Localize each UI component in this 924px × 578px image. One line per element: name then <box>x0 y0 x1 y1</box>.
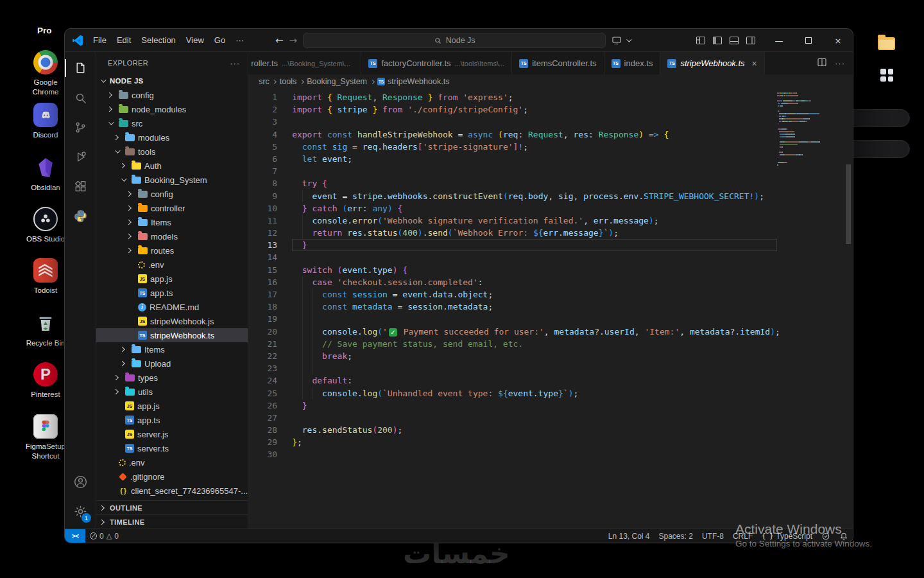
code-line-19[interactable]: 19 <box>248 313 777 325</box>
tab-roller.ts[interactable]: roller.ts...\Booking_System\... <box>248 52 361 74</box>
tab-factorycontroller.ts[interactable]: TSfactoryController.ts...\tools\Items\..… <box>361 52 512 74</box>
menu-go[interactable]: Go <box>209 33 230 48</box>
code-line-29[interactable]: 29}; <box>248 436 777 448</box>
breadcrumb-src[interactable]: src <box>259 77 270 86</box>
cursor-position[interactable]: Ln 13, Col 4 <box>604 529 654 543</box>
tree-file-.gitignore[interactable]: .gitignore <box>96 469 248 484</box>
tree-file-server.js[interactable]: JSserver.js <box>96 427 248 441</box>
code-line-17[interactable]: 17 const session = event.data.object; <box>248 288 777 301</box>
code-line-25[interactable]: 25 console.log(`Unhandled event type: ${… <box>248 387 777 399</box>
desktop-icon-obsidian[interactable]: Obsidian <box>24 155 67 193</box>
tree-folder-upload[interactable]: Upload <box>96 356 248 371</box>
folder-shortcut-icon[interactable] <box>878 37 895 50</box>
menu-selection[interactable]: Selection <box>136 33 180 48</box>
tree-folder-utils[interactable]: utils <box>96 385 248 399</box>
desktop-icon-google-chrome[interactable]: Google Chrome <box>24 50 67 97</box>
timeline-panel-header[interactable]: TIMELINE <box>96 514 248 529</box>
code-area[interactable]: 1import { Request, Response } from 'expr… <box>248 89 777 529</box>
tree-folder-src[interactable]: src <box>96 116 248 130</box>
tree-folder-auth[interactable]: Auth <box>96 159 248 173</box>
code-line-20[interactable]: 20 console.log('✓ Payment succeeded for … <box>248 326 777 338</box>
tree-file-stripewebhook.js[interactable]: JSstripeWebhook.js <box>96 314 248 328</box>
tree-folder-booking-system[interactable]: Booking_System <box>96 173 248 187</box>
editor-scrollbar[interactable] <box>844 89 853 529</box>
back-arrow-icon[interactable]: ← <box>275 35 284 46</box>
outline-panel-header[interactable]: OUTLINE <box>96 500 248 514</box>
code-line-4[interactable]: 4export const handleStripeWebhook = asyn… <box>248 128 777 141</box>
search-icon[interactable] <box>65 83 96 112</box>
toggle-sidebar-icon[interactable] <box>709 32 726 49</box>
code-line-23[interactable]: 23 <box>248 362 777 374</box>
code-line-5[interactable]: 5 const sig = req.headers['stripe-signat… <box>248 141 777 153</box>
tree-folder-models[interactable]: models <box>96 229 248 243</box>
tree-folder-routes[interactable]: routes <box>96 243 248 258</box>
breadcrumb-booking-system[interactable]: Booking_System <box>307 77 367 86</box>
tab-itemscontroller.ts[interactable]: TSitemsController.ts <box>512 52 604 74</box>
editor-more-actions-icon[interactable]: ··· <box>835 58 845 68</box>
code-line-26[interactable]: 26 } <box>248 399 777 412</box>
screen-selector-icon[interactable] <box>612 35 633 46</box>
desktop-icon-recycle-bin[interactable]: Recycle Bin <box>24 311 67 348</box>
explorer-icon[interactable] <box>65 53 96 83</box>
close-button[interactable]: × <box>823 29 853 52</box>
command-center-search[interactable]: Node Js <box>303 33 606 48</box>
tree-folder-config[interactable]: config <box>96 187 248 201</box>
menu-file[interactable]: File <box>88 33 112 48</box>
code-line-22[interactable]: 22 break; <box>248 350 777 362</box>
forward-arrow-icon[interactable]: → <box>289 35 298 46</box>
customize-layout-icon[interactable] <box>692 32 709 49</box>
code-line-8[interactable]: 8 try { <box>248 177 777 189</box>
tree-folder-items[interactable]: Items <box>96 342 248 356</box>
indentation-setting[interactable]: Spaces: 2 <box>654 529 697 543</box>
code-line-30[interactable]: 30 <box>248 448 777 460</box>
settings-icon[interactable]: 1 <box>65 496 96 526</box>
encoding-setting[interactable]: UTF-8 <box>697 529 728 543</box>
desktop-icon-todoist[interactable]: Todoist <box>24 258 67 295</box>
desktop-icon-pro-label[interactable]: Pro <box>37 26 52 35</box>
code-line-24[interactable]: 24 default: <box>248 374 777 387</box>
menu-more[interactable]: ··· <box>230 33 249 48</box>
minimize-button[interactable]: — <box>764 29 794 52</box>
menu-edit[interactable]: Edit <box>112 33 136 48</box>
code-line-13[interactable]: 13 } <box>248 239 777 251</box>
breadcrumb-stripewebhook.ts[interactable]: TSstripeWebhook.ts <box>377 77 449 86</box>
code-line-6[interactable]: 6 let event; <box>248 153 777 165</box>
python-icon[interactable] <box>65 201 96 231</box>
tree-file-app.js[interactable]: JSapp.js <box>96 399 248 413</box>
code-line-16[interactable]: 16 case 'checkout.session.completed': <box>248 276 777 288</box>
language-mode[interactable]: { } TypeScript <box>757 529 817 543</box>
tree-file-.env[interactable]: .env <box>96 258 248 272</box>
tree-file-app.ts[interactable]: TSapp.ts <box>96 413 248 427</box>
tree-folder-node-modules[interactable]: node_modules <box>96 102 248 116</box>
code-line-27[interactable]: 27 <box>248 412 777 424</box>
tree-file-stripewebhook.ts[interactable]: TSstripeWebhook.ts <box>96 328 248 342</box>
menu-view[interactable]: View <box>181 33 209 48</box>
tab-stripewebhook.ts[interactable]: TSstripeWebhook.ts× <box>660 52 764 74</box>
close-tab-icon[interactable]: × <box>752 58 757 69</box>
code-line-3[interactable]: 3 <box>248 116 777 128</box>
tree-file-client-secret-774236965547-...[interactable]: {}client_secret_774236965547-... <box>96 484 248 498</box>
tree-folder-types[interactable]: types <box>96 371 248 385</box>
code-line-28[interactable]: 28 res.sendStatus(200); <box>248 424 777 436</box>
desktop-icon-discord[interactable]: Discord <box>24 103 67 140</box>
tree-file-readme.md[interactable]: iREADME.md <box>96 300 248 314</box>
tree-folder-tools[interactable]: tools <box>96 144 248 159</box>
tree-file-.env[interactable]: .env <box>96 455 248 469</box>
code-line-1[interactable]: 1import { Request, Response } from 'expr… <box>248 91 777 103</box>
code-line-21[interactable]: 21 // Save payment status, send email, e… <box>248 338 777 350</box>
tree-folder-controller[interactable]: controller <box>96 201 248 215</box>
code-line-12[interactable]: 12 return res.status(400).send(`Webhook … <box>248 227 777 239</box>
split-editor-icon[interactable] <box>817 57 827 70</box>
maximize-button[interactable] <box>794 29 823 52</box>
notifications-bell-icon[interactable] <box>835 529 853 543</box>
accounts-icon[interactable] <box>65 467 96 496</box>
source-control-icon[interactable] <box>65 112 96 142</box>
tree-file-app.ts[interactable]: TSapp.ts <box>96 286 248 300</box>
code-line-9[interactable]: 9 event = stripe.webhooks.constructEvent… <box>248 190 777 202</box>
workspace-root-row[interactable]: NODE JS <box>96 74 248 88</box>
code-line-10[interactable]: 10 } catch (err: any) { <box>248 202 777 215</box>
desktop-icon-obs-studio[interactable]: OBS Studio <box>24 207 67 244</box>
run-debug-icon[interactable] <box>65 142 96 171</box>
code-line-2[interactable]: 2import { stripe } from './config/stripe… <box>248 103 777 116</box>
grid-shortcut-icon[interactable] <box>880 69 893 82</box>
